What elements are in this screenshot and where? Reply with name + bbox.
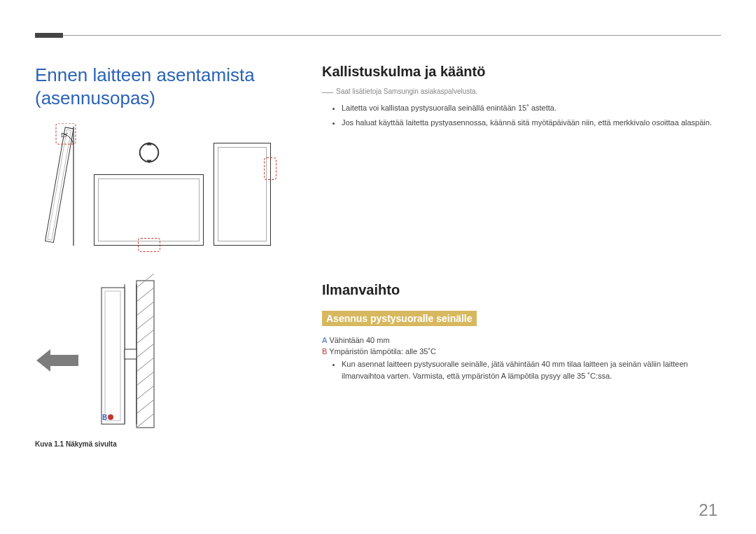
rotation-group — [94, 139, 204, 246]
tilt-note: ―Saat lisätietoja Samsungin asiakaspalve… — [322, 85, 721, 98]
svg-point-4 — [139, 143, 158, 162]
svg-rect-5 — [50, 355, 78, 366]
tilt-bullet: Laitetta voi kallistaa pystysuoralla sei… — [342, 102, 721, 114]
dimension-b-label: B — [102, 414, 107, 421]
main-heading: Ennen laitteen asentamista (asennusopas) — [35, 64, 294, 109]
ventilation-heading: Ilmanvaihto — [322, 282, 721, 298]
header-rule — [35, 35, 721, 36]
svg-point-24 — [108, 414, 113, 420]
tilt-bullets: Laitetta voi kallistaa pystysuoralla sei… — [322, 102, 721, 128]
angle-label: 15˚ — [60, 132, 69, 139]
page-number: 21 — [699, 500, 718, 520]
figure-caption: Kuva 1.1 Näkymä sivulta — [35, 440, 175, 448]
spec-line-a: A Vähintään 40 mm — [322, 336, 721, 344]
ventilation-figure: A B Kuva 1.1 Näkymä sivulta — [35, 274, 175, 448]
svg-rect-6 — [136, 281, 154, 428]
rotate-icon — [136, 139, 162, 166]
tilt-panel-illustration: 15˚ — [35, 123, 84, 246]
indicator-badge-portrait — [264, 157, 276, 180]
svg-rect-23 — [125, 349, 136, 359]
ventilation-subheading: Asennus pystysuoralle seinälle — [322, 311, 477, 326]
tilt-bullet: Jos haluat käyttää laitetta pystyasennos… — [342, 117, 721, 129]
orientation-diagram: 15˚ — [35, 123, 294, 246]
landscape-panel — [94, 174, 204, 246]
ventilation-bullets: Kun asennat laitteen pystysuoralle seinä… — [322, 358, 721, 381]
portrait-panel — [214, 143, 271, 246]
indicator-badge-landscape — [138, 238, 160, 252]
spec-line-b: B Ympäristön lämpötila: alle 35˚C — [322, 347, 721, 356]
tilt-heading: Kallistuskulma ja kääntö — [322, 64, 721, 80]
arrow-left-icon — [36, 349, 78, 372]
svg-rect-1 — [46, 127, 74, 243]
ventilation-bullet: Kun asennat laitteen pystysuoralle seinä… — [342, 358, 721, 381]
